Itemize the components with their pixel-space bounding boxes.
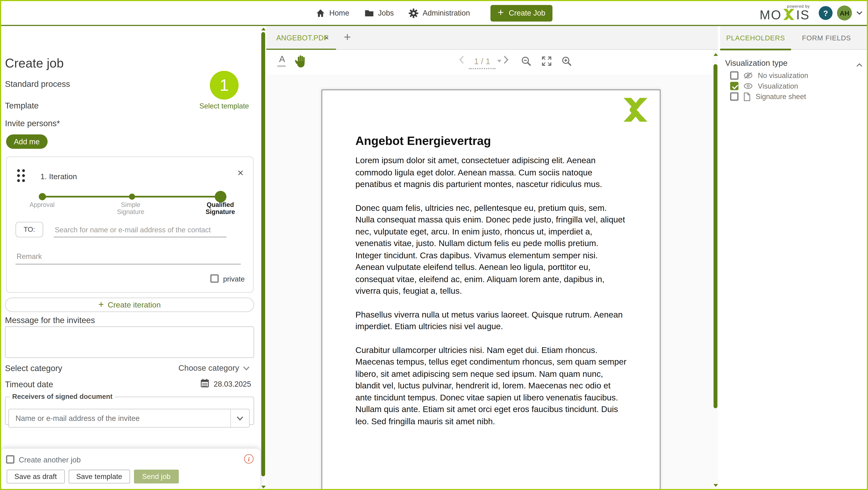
top-nav: Home Jobs Admi xyxy=(0,0,868,25)
text-tool-button[interactable]: A xyxy=(277,55,287,67)
pdf-scroll-region: A xyxy=(266,50,718,490)
document-paragraph: Curabitur ullamcorper ultricies nisi. Na… xyxy=(355,344,627,427)
receivers-fieldset: Receivers of signed document xyxy=(5,393,254,425)
create-job-button[interactable]: + Create Job xyxy=(490,5,552,21)
chevron-down-icon[interactable] xyxy=(857,11,863,15)
save-template-button[interactable]: Save template xyxy=(68,470,130,484)
nav-item-administration[interactable]: Administration xyxy=(409,8,470,18)
no-visualization-checkbox[interactable] xyxy=(730,71,738,79)
create-iteration-button[interactable]: + Create iteration xyxy=(5,298,254,312)
moxis-x-icon xyxy=(782,8,796,23)
slider-label-qualified-signature[interactable]: Qualified Signature xyxy=(195,201,245,216)
moxis-logo: powered by MO IS xyxy=(760,4,810,23)
avatar[interactable]: AH xyxy=(837,5,852,21)
page-dropdown-caret[interactable] xyxy=(497,60,501,62)
tab-title: ANGEBOT.PDF xyxy=(276,34,328,42)
close-icon[interactable]: × xyxy=(238,167,244,178)
chevron-down-icon xyxy=(243,363,250,372)
pdf-scrollbar[interactable] xyxy=(713,50,718,490)
app-window: Home Jobs Admi xyxy=(0,0,868,490)
nav-item-label: Administration xyxy=(423,9,470,17)
powered-by-text: powered by xyxy=(787,4,810,8)
message-textarea[interactable] xyxy=(5,326,254,358)
next-page-button[interactable] xyxy=(503,55,509,66)
choose-category-dropdown[interactable]: Choose category xyxy=(179,363,250,372)
new-tab-button[interactable]: + xyxy=(344,30,351,44)
signature-sheet-checkbox[interactable] xyxy=(730,92,738,101)
add-me-button[interactable]: Add me xyxy=(6,134,47,149)
message-label: Message for the invitees xyxy=(5,315,95,325)
tab-angebot-pdf[interactable]: ANGEBOT.PDF × xyxy=(266,26,336,50)
slider-label-approval[interactable]: Approval xyxy=(20,201,64,209)
scroll-up-arrow[interactable] xyxy=(713,53,718,56)
option-label: Visualization xyxy=(758,82,798,90)
action-card: Create another job i Save as draft Save … xyxy=(1,449,260,489)
option-signature-sheet[interactable]: Signature sheet xyxy=(730,92,806,101)
private-checkbox[interactable] xyxy=(210,274,219,283)
scroll-down-arrow[interactable] xyxy=(713,484,718,487)
slider-dot-qualified-signature[interactable] xyxy=(215,191,226,202)
send-job-button[interactable]: Send job xyxy=(134,470,179,484)
step-badge: 1 xyxy=(210,71,239,100)
save-as-draft-button[interactable]: Save as draft xyxy=(7,470,65,484)
category-label: Select category xyxy=(5,363,62,373)
collapse-chevron-icon[interactable] xyxy=(857,59,863,69)
create-another-checkbox[interactable] xyxy=(6,455,14,464)
previous-page-button[interactable] xyxy=(459,55,464,66)
scrollbar-thumb[interactable] xyxy=(714,64,717,408)
visualization-type-title: Visualization type xyxy=(725,59,787,68)
scroll-up-arrow[interactable] xyxy=(261,28,266,30)
timeout-date-picker[interactable]: 28.03.2025 xyxy=(200,379,251,389)
page-indicator[interactable]: 1 / 1 xyxy=(469,57,495,66)
to-button[interactable]: TO: xyxy=(16,222,43,237)
private-label[interactable]: private xyxy=(223,275,245,283)
tab-close-icon[interactable]: × xyxy=(324,33,329,42)
select-template-button[interactable]: 1 Select template xyxy=(183,71,266,110)
slider-dot-simple-signature[interactable] xyxy=(129,194,135,200)
folder-icon xyxy=(364,9,374,18)
remark-input[interactable] xyxy=(16,249,241,264)
document-tabbar: ANGEBOT.PDF × + xyxy=(266,26,718,50)
hand-icon xyxy=(295,60,307,69)
option-label: No visualization xyxy=(758,71,808,79)
zoom-in-button[interactable] xyxy=(561,56,572,69)
logo-text-left: MO xyxy=(760,9,782,22)
visualization-checkbox[interactable] xyxy=(730,82,738,90)
choose-category-value: Choose category xyxy=(179,363,239,372)
right-tabbar: PLACEHOLDERS FORM FIELDS xyxy=(718,26,868,50)
timeout-label: Timeout date xyxy=(5,380,53,389)
tab-placeholders[interactable]: PLACEHOLDERS xyxy=(720,26,791,50)
zoom-out-button[interactable] xyxy=(521,56,532,69)
option-label: Signature sheet xyxy=(756,92,806,101)
tab-form-fields[interactable]: FORM FIELDS xyxy=(796,26,858,50)
contact-search-input[interactable] xyxy=(54,223,226,237)
option-no-visualization[interactable]: No visualization xyxy=(730,71,808,80)
hand-tool-button[interactable] xyxy=(295,54,307,70)
drag-handle-icon[interactable] xyxy=(17,169,25,182)
slider-dot-approval[interactable] xyxy=(39,193,46,200)
active-tab-underline xyxy=(720,48,791,50)
pdf-page: Angebot Energievertrag Lorem ipsum dolor… xyxy=(322,90,660,490)
document-paragraph: Phasellus viverra nulla ut metus varius … xyxy=(355,308,627,332)
nav-item-jobs[interactable]: Jobs xyxy=(364,9,394,18)
process-label: Standard process xyxy=(5,79,70,89)
slider-label-simple-signature[interactable]: Simple Signature xyxy=(108,201,153,216)
combo-chevron-button[interactable] xyxy=(230,409,249,427)
help-button[interactable]: ? xyxy=(819,6,833,20)
document-body: Lorem ipsum dolor sit amet, consectetuer… xyxy=(355,154,627,438)
scrollbar-thumb[interactable] xyxy=(261,32,265,476)
pdf-toolbar: A xyxy=(266,50,713,75)
scroll-down-arrow[interactable] xyxy=(261,486,266,488)
eye-off-icon xyxy=(743,72,753,79)
receivers-input[interactable] xyxy=(9,414,230,422)
document-paragraph: Lorem ipsum dolor sit amet, consectetuer… xyxy=(355,154,627,190)
left-panel-scrollbar[interactable] xyxy=(261,26,266,490)
document-logo-icon xyxy=(621,97,650,125)
nav-item-home[interactable]: Home xyxy=(315,8,349,18)
option-visualization[interactable]: Visualization xyxy=(730,81,798,91)
fullscreen-icon[interactable] xyxy=(541,56,552,69)
create-another-label[interactable]: Create another job xyxy=(19,456,81,464)
main-nav: Home Jobs Admi xyxy=(315,5,552,21)
info-icon[interactable]: i xyxy=(244,454,253,464)
select-template-label: Select template xyxy=(183,102,266,110)
